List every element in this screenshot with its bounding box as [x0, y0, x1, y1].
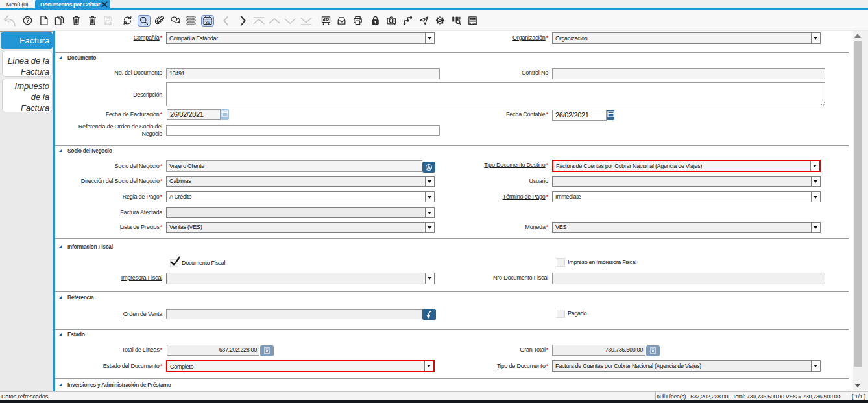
svg-text:31: 31 — [205, 20, 210, 25]
